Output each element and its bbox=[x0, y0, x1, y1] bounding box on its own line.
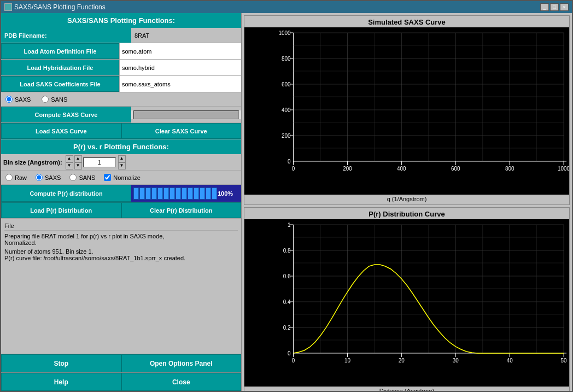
saxs-progress-bar bbox=[133, 110, 239, 119]
bin-down-btn[interactable]: ▼ bbox=[66, 162, 73, 169]
load-clear-saxs-row: Load SAXS Curve Clear SAXS Curve bbox=[1, 123, 241, 139]
compute-saxs-button[interactable]: Compute SAXS Curve bbox=[1, 107, 131, 122]
saxs-radio[interactable]: SAXS bbox=[5, 96, 31, 103]
pr-y-label: Frequency bbox=[255, 289, 261, 317]
svg-text:200: 200 bbox=[343, 166, 352, 172]
bin-down3-btn[interactable]: ▼ bbox=[118, 162, 126, 169]
svg-text:10: 10 bbox=[344, 358, 350, 364]
pr-bar-seg-9 bbox=[182, 188, 187, 200]
pr-radio-row: Raw SAXS SANS Normalize bbox=[1, 171, 241, 185]
atom-row: Load Atom Definition File somo.atom bbox=[1, 43, 241, 60]
log-file-menu[interactable]: File bbox=[4, 221, 238, 231]
pr-bar-seg-4 bbox=[151, 188, 157, 200]
saxs-svg: 1000 800 600 400 200 0 0 200 400 600 800 bbox=[272, 27, 569, 180]
close-button-bottom[interactable]: Close bbox=[121, 373, 242, 391]
log-line5: P(r) curve file: /root/ultrascan//somo/s… bbox=[4, 255, 238, 261]
pr-bar-seg-3 bbox=[145, 188, 151, 200]
svg-text:400: 400 bbox=[397, 166, 406, 172]
help-button[interactable]: Help bbox=[1, 373, 121, 391]
pr-raw-radio[interactable]: Raw bbox=[5, 174, 27, 181]
log-line1: Preparing file 8RAT model 1 for p(r) vs … bbox=[4, 233, 238, 239]
pr-saxs-radio[interactable]: SAXS bbox=[36, 174, 61, 181]
stop-button[interactable]: Stop bbox=[1, 354, 121, 372]
clear-pr-button[interactable]: Clear P(r) Distribution bbox=[121, 202, 242, 218]
open-options-button[interactable]: Open Options Panel bbox=[121, 354, 242, 372]
pr-sans-radio[interactable]: SANS bbox=[69, 174, 95, 181]
pdb-value: 8RAT bbox=[131, 32, 241, 39]
pdb-row: PDB Filename: 8RAT bbox=[1, 28, 241, 43]
bin-spin-left[interactable]: ▲ ▼ bbox=[66, 155, 73, 169]
bin-input[interactable] bbox=[83, 157, 116, 167]
bin-size-row: Bin size (Angstrom): ▲ ▼ ▲ ▼ ▲ ▼ bbox=[1, 154, 241, 171]
bin-up-btn[interactable]: ▲ bbox=[66, 155, 73, 162]
atom-value: somo.atom bbox=[119, 43, 241, 59]
svg-text:200: 200 bbox=[282, 133, 291, 139]
load-hybrid-button[interactable]: Load Hybridization File bbox=[1, 60, 119, 75]
saxs-section-header: SAXS/SANS Plotting Functions: bbox=[1, 13, 241, 28]
bin-size-label: Bin size (Angstrom): bbox=[3, 159, 62, 166]
load-saxs-button[interactable]: Load SAXS Curve bbox=[1, 123, 121, 139]
bin-up2-btn[interactable]: ▲ bbox=[74, 155, 82, 162]
pr-bar-seg-1 bbox=[133, 188, 139, 200]
pr-section-header: P(r) vs. r Plotting Functions: bbox=[1, 139, 241, 154]
compute-pr-button[interactable]: Compute P(r) distribution bbox=[1, 185, 131, 202]
load-clear-pr-row: Load P(r) Distribution Clear P(r) Distri… bbox=[1, 202, 241, 219]
load-atom-button[interactable]: Load Atom Definition File bbox=[1, 43, 119, 59]
pr-bar-seg-11 bbox=[194, 188, 199, 200]
maximize-button[interactable]: □ bbox=[550, 3, 559, 11]
log-line2: Normalized. bbox=[4, 239, 238, 246]
svg-text:400: 400 bbox=[282, 107, 291, 113]
svg-text:0: 0 bbox=[292, 358, 295, 364]
load-saxs-coeff-button[interactable]: Load SAXS Coefficients File bbox=[1, 76, 119, 92]
pr-bar-seg-6 bbox=[163, 188, 169, 200]
svg-text:40: 40 bbox=[507, 358, 513, 364]
pr-bar-seg-2 bbox=[139, 188, 145, 200]
saxs-y-label: Log I(q) bbox=[255, 101, 261, 121]
svg-text:30: 30 bbox=[453, 358, 459, 364]
saxs-progress-area bbox=[131, 110, 241, 119]
svg-text:800: 800 bbox=[282, 56, 291, 62]
pr-chart-title: P(r) Distribution Curve bbox=[244, 208, 569, 219]
load-pr-button[interactable]: Load P(r) Distribution bbox=[1, 202, 121, 218]
svg-text:600: 600 bbox=[282, 81, 291, 87]
svg-text:0: 0 bbox=[288, 350, 291, 356]
pr-bar-seg-7 bbox=[169, 188, 175, 200]
svg-text:800: 800 bbox=[505, 166, 514, 172]
svg-text:20: 20 bbox=[399, 358, 405, 364]
pr-bar-seg-13 bbox=[206, 188, 211, 200]
bin-up3-btn[interactable]: ▲ bbox=[118, 155, 126, 162]
svg-text:50: 50 bbox=[561, 358, 567, 364]
svg-text:1000: 1000 bbox=[279, 30, 291, 36]
saxs-x-label: q (1/Angstrom) bbox=[244, 195, 569, 204]
pdb-label: PDB Filename: bbox=[1, 28, 131, 43]
close-button[interactable]: × bbox=[560, 3, 569, 11]
clear-saxs-button[interactable]: Clear SAXS Curve bbox=[121, 123, 242, 139]
compute-pr-row: Compute P(r) distribution 1 bbox=[1, 185, 241, 202]
pr-progress-pct: 100% bbox=[218, 190, 233, 197]
pr-chart: P(r) Distribution Curve Frequency bbox=[244, 207, 570, 391]
svg-text:600: 600 bbox=[451, 166, 460, 172]
bottom-row-2: Help Close bbox=[1, 372, 241, 391]
sans-radio[interactable]: SANS bbox=[42, 96, 67, 103]
saxs-coeff-row: Load SAXS Coefficients File somo.saxs_at… bbox=[1, 76, 241, 92]
pr-bar-seg-5 bbox=[157, 188, 163, 200]
window-title: SAXS/SANS Plotting Functions bbox=[14, 3, 106, 11]
minimize-button[interactable]: _ bbox=[540, 3, 549, 11]
log-area: File Preparing file 8RAT model 1 for p(r… bbox=[1, 219, 241, 354]
saxs-sans-radio-row: SAXS SANS bbox=[1, 92, 241, 107]
bin-down2-btn[interactable]: ▼ bbox=[74, 162, 82, 169]
pr-x-label: Distance (Angstrom) bbox=[244, 387, 569, 391]
saxs-chart-title: Simulated SAXS Curve bbox=[244, 16, 569, 27]
pr-bar-seg-14 bbox=[212, 188, 217, 200]
pr-svg: 1 0.8 0.6 0.4 0.2 0 0 10 20 30 40 bbox=[272, 219, 569, 372]
log-line4: Number of atoms 951. Bin size 1. bbox=[4, 248, 238, 255]
svg-text:1000: 1000 bbox=[558, 166, 569, 172]
pr-bar-seg-10 bbox=[188, 188, 193, 200]
svg-text:0: 0 bbox=[288, 159, 291, 165]
titlebar: SAXS/SANS Plotting Functions _ □ × bbox=[1, 1, 572, 13]
bin-spin-right[interactable]: ▲ ▼ bbox=[74, 155, 82, 169]
pr-normalize-check[interactable]: Normalize bbox=[104, 174, 141, 181]
svg-text:0: 0 bbox=[292, 166, 295, 172]
pr-bar-seg-8 bbox=[176, 188, 181, 200]
hybrid-row: Load Hybridization File somo.hybrid bbox=[1, 60, 241, 76]
